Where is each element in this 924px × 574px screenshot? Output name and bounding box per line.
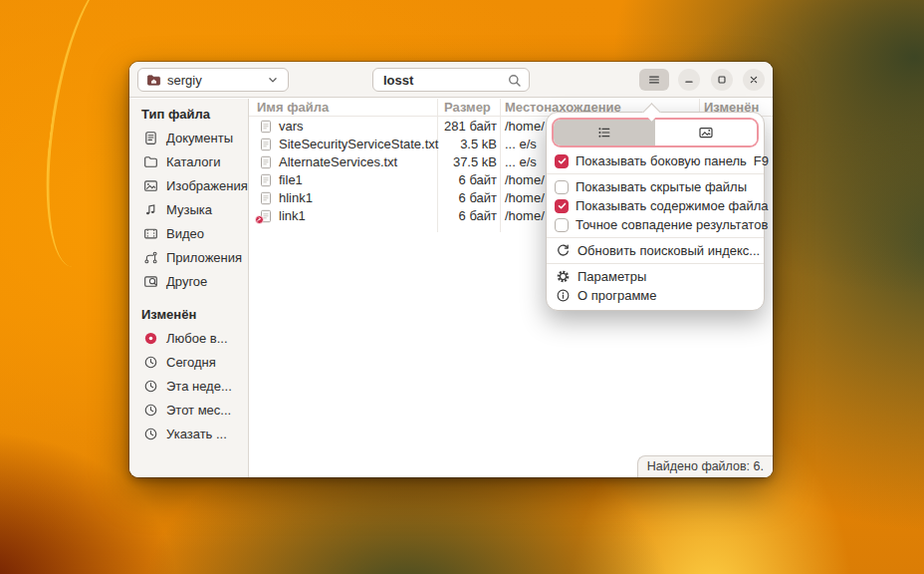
file-size: 37.5 kB (431, 154, 497, 169)
sidebar-item-label: Видео (166, 226, 204, 241)
file-size: 6 байт (431, 190, 497, 205)
sidebar-item-this-month[interactable]: Этот мес... (129, 398, 248, 422)
status-badge: Найдено файлов: 6. (637, 455, 773, 477)
menu-separator (547, 173, 764, 174)
radio-selected-icon (142, 330, 158, 346)
menu-item-update-index[interactable]: Обновить поисковый индекс... (552, 241, 759, 260)
hamburger-icon (647, 73, 661, 87)
main-menu-popover: Показывать боковую панель F9 Показывать … (546, 112, 765, 311)
text-file-icon (259, 191, 273, 205)
menu-item-label: Показывать боковую панель (576, 153, 747, 168)
clock-icon (142, 402, 158, 418)
desktop-wallpaper: sergiy (0, 0, 924, 574)
image-icon (142, 177, 158, 193)
chevron-down-icon (266, 73, 280, 87)
home-folder-icon (146, 73, 161, 88)
sidebar-section-title: Тип файла (129, 101, 248, 126)
clock-icon (142, 354, 158, 370)
sidebar-item-label: Указать ... (166, 427, 227, 441)
other-icon (142, 273, 158, 289)
menu-item-show-hidden[interactable]: Показывать скрытые файлы (552, 177, 759, 196)
menu-item-label: О программе (578, 288, 657, 303)
refresh-icon (555, 243, 571, 259)
file-location: /home/ (505, 208, 545, 223)
minimize-icon (682, 73, 696, 87)
checkbox-checked-icon (555, 154, 569, 168)
checkbox-unchecked-icon (555, 180, 569, 194)
thumbnail-view-button[interactable] (655, 120, 757, 145)
applications-icon (142, 249, 158, 265)
music-icon (142, 201, 158, 217)
close-icon (747, 73, 761, 87)
file-location: /home/ (505, 119, 545, 134)
menu-item-label: Параметры (578, 269, 646, 284)
video-icon (142, 225, 158, 241)
search-icon (507, 73, 523, 89)
symlink-emblem-icon (255, 215, 264, 224)
sidebar-item-folders[interactable]: Каталоги (129, 149, 248, 173)
text-file-icon (259, 120, 273, 134)
file-name: AlternateServices.txt (279, 154, 397, 169)
menu-item-preferences[interactable]: Параметры (552, 267, 759, 286)
file-name: SiteSecurityServiceState.txt (279, 137, 438, 151)
search-field-wrap (372, 68, 530, 92)
menu-item-label: Показывать содержимое файла (576, 198, 769, 213)
text-file-icon (259, 155, 273, 169)
search-input[interactable] (373, 69, 529, 91)
sidebar-item-today[interactable]: Сегодня (129, 350, 248, 374)
file-location: /home/ (505, 190, 545, 205)
column-header-size[interactable]: Размер (444, 100, 491, 115)
sidebar-item-videos[interactable]: Видео (129, 221, 248, 245)
file-size: 6 байт (431, 172, 497, 187)
close-button[interactable] (743, 69, 765, 91)
sidebar-item-label: Другое (166, 274, 207, 289)
sidebar-item-any-time[interactable]: Любое в... (129, 326, 248, 350)
file-name: file1 (279, 172, 303, 187)
sidebar-item-label: Приложения (166, 250, 242, 265)
sidebar-item-documents[interactable]: Документы (129, 126, 248, 149)
catfish-search-window: sergiy (129, 62, 773, 477)
menu-separator (547, 263, 764, 264)
sidebar-item-this-week[interactable]: Эта неде... (129, 374, 248, 398)
maximize-button[interactable] (711, 69, 733, 91)
image-view-icon (698, 125, 714, 141)
file-location: /home/ (505, 172, 545, 187)
sidebar-item-label: Каталоги (166, 154, 221, 169)
menu-item-about[interactable]: О программе (552, 286, 759, 305)
sidebar-item-label: Эта неде... (166, 379, 232, 394)
file-name: link1 (279, 208, 306, 223)
location-label: sergiy (167, 73, 260, 88)
clock-icon (142, 378, 158, 394)
sidebar-item-label: Документы (166, 131, 233, 145)
info-icon (555, 288, 571, 304)
clock-icon (142, 426, 158, 441)
menu-item-show-file-contents[interactable]: Показывать содержимое файла (552, 196, 759, 215)
sidebar: Тип файла Документы Каталоги Изображения… (129, 99, 249, 477)
sidebar-item-music[interactable]: Музыка (129, 197, 248, 221)
sidebar-item-label: Сегодня (166, 355, 216, 370)
location-dropdown-button[interactable]: sergiy (137, 68, 289, 92)
list-view-icon (596, 125, 612, 141)
file-name: vars (279, 119, 304, 134)
list-view-button[interactable] (554, 120, 655, 145)
maximize-icon (715, 73, 729, 87)
file-location: ... e/s (505, 137, 537, 151)
menu-item-show-sidebar[interactable]: Показывать боковую панель F9 (552, 151, 759, 170)
sidebar-item-other[interactable]: Другое (129, 269, 248, 293)
sidebar-item-images[interactable]: Изображения (129, 173, 248, 197)
column-header-name[interactable]: Имя файла (257, 100, 329, 115)
symlink-file-icon (259, 209, 273, 223)
document-icon (142, 130, 158, 145)
minimize-button[interactable] (678, 69, 700, 91)
menu-button[interactable] (639, 69, 669, 91)
sidebar-item-custom-date[interactable]: Указать ... (129, 422, 248, 445)
gear-icon (555, 269, 571, 285)
sidebar-item-label: Этот мес... (166, 403, 231, 418)
file-size: 6 байт (431, 208, 497, 223)
menu-item-exact-match[interactable]: Точное совпадение результатов (552, 215, 759, 234)
folder-icon (142, 153, 158, 169)
menu-item-label: Показывать скрытые файлы (576, 179, 747, 194)
text-file-icon (259, 138, 273, 151)
sidebar-item-label: Любое в... (166, 331, 228, 346)
sidebar-item-applications[interactable]: Приложения (129, 245, 248, 269)
